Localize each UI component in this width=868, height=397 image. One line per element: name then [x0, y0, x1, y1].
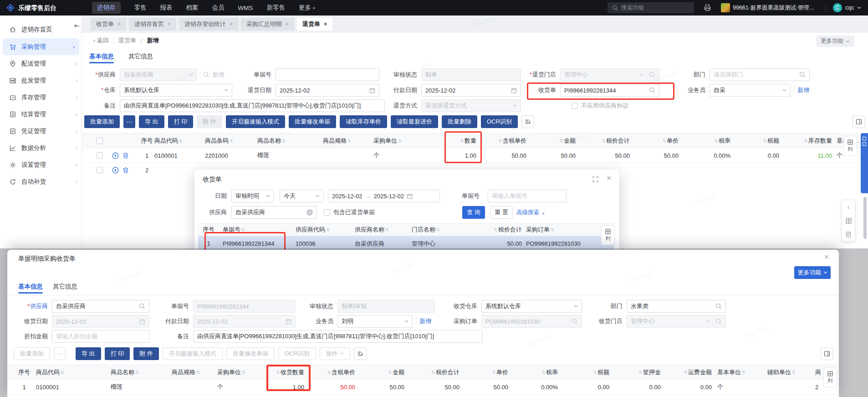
tab-basic-info[interactable]: 基本信息 — [18, 283, 43, 291]
col-base-unit[interactable]: 基本单位⇅ — [717, 365, 763, 379]
close-icon[interactable]: × — [286, 21, 289, 27]
salesman-select[interactable]: 刘明 — [337, 315, 413, 328]
salesman-add-link[interactable]: 新增 — [797, 86, 809, 94]
sidebar-item-settlement[interactable]: $ 结算管理 › — [0, 106, 82, 123]
tab-jxc-home[interactable]: 进销存首页× — [129, 18, 176, 31]
search-icon[interactable] — [203, 72, 209, 78]
row-checkbox[interactable] — [97, 152, 103, 159]
tab-change-stats[interactable]: 进销存变动统计× — [179, 18, 238, 31]
col-freight[interactable]: ⇅运费金额 — [663, 365, 712, 379]
col-price[interactable]: ⇅单价 — [463, 365, 508, 379]
document-icon[interactable] — [846, 232, 851, 237]
department-input[interactable]: 水果类 — [627, 300, 726, 313]
batch-edit-button[interactable]: 批量修改单据 — [289, 115, 336, 128]
date-range-input[interactable]: 2025-12-02→2025-12-02 — [328, 190, 440, 202]
sidebar-item-inventory[interactable]: 库存管理 › — [0, 89, 82, 106]
batch-delete-button[interactable]: 批量删除 — [442, 115, 477, 128]
attachment-button[interactable]: 附 件 — [197, 115, 222, 128]
col-tax[interactable]: ⇅税额 — [564, 365, 609, 379]
global-search-input[interactable]: 搜索功能 — [608, 2, 694, 13]
supplier-add-link[interactable]: 新增 — [212, 71, 224, 79]
field-no-agreement[interactable]: 不应用供应商协议 — [572, 99, 628, 112]
nav-item-wms[interactable]: WMS — [238, 5, 253, 11]
col-name[interactable]: 商品名称⇅ — [257, 134, 317, 148]
maximize-icon[interactable] — [592, 176, 598, 182]
col-amount[interactable]: ⇅金额 — [521, 134, 576, 148]
remark-input[interactable]: 由供应商直送单[PO99661992281030]生成,直送门店[9987811… — [120, 99, 385, 112]
batch-edit-button[interactable]: 批量修改单据 — [226, 347, 275, 360]
delete-row-icon[interactable] — [123, 167, 129, 174]
col-tax-total[interactable]: ⇅税价合计 — [571, 134, 630, 148]
clear-icon[interactable]: × — [306, 209, 313, 216]
detail-table-row-1[interactable]: 1 0100001 榴莲 个 1.00 50.00 50.00 50.00 50… — [7, 380, 839, 395]
read-stock-price-button[interactable]: 读取库存单价 — [340, 115, 387, 128]
main-table-row-1[interactable]: 1 0100001 2201000 榴莲 个 1.00 50.00 50.00 … — [82, 148, 863, 163]
col-stock[interactable]: ⇅库存数量 — [777, 134, 832, 148]
close-icon[interactable]: × — [324, 21, 327, 27]
sidebar-item-wholesale[interactable]: 批发管理 › — [0, 72, 82, 89]
query-button[interactable]: 查 询 — [462, 206, 485, 219]
col-price[interactable]: ⇅单价 — [624, 134, 679, 148]
nav-item-more[interactable]: 更多 ▾ — [299, 4, 315, 12]
warehouse-select[interactable]: 系统默认仓库 — [481, 300, 582, 313]
collapse-panel-icon[interactable]: ‹ — [848, 204, 849, 211]
sidebar-item-home[interactable]: 进销存首页 — [0, 21, 82, 38]
col-doc-no[interactable]: 单据号⇅ — [223, 224, 291, 236]
column-config-icon[interactable] — [521, 115, 534, 128]
col-code[interactable]: 商品代码⇅ — [36, 365, 100, 379]
supplier-input[interactable]: 自采供应商 — [52, 300, 149, 313]
return-store-select[interactable]: 管理中心 — [560, 68, 659, 81]
sidebar-item-settings[interactable]: 设置管理 › — [0, 156, 82, 173]
modal-doc-no-input[interactable]: 请输入单据号 — [488, 190, 567, 202]
column-config-icon[interactable] — [354, 347, 367, 360]
tab-tuihuodan[interactable]: 退货单× — [297, 18, 332, 31]
col-deposit[interactable]: ⇅筐押金 — [615, 365, 661, 379]
tab-other-info[interactable]: 其它信息 — [128, 52, 153, 61]
pay-date-input[interactable]: 2025-12-02 — [421, 84, 521, 97]
department-input[interactable]: 请选择部门 — [710, 68, 810, 81]
close-icon[interactable]: × — [168, 21, 171, 27]
select-all-checkbox[interactable] — [97, 138, 103, 144]
col-supplier-code[interactable]: 供应商代码⇅ — [296, 224, 350, 236]
col-code[interactable]: 商品代码⇅ — [154, 134, 209, 148]
col-tax[interactable]: ⇅税额 — [725, 134, 779, 148]
nav-item-baobiao[interactable]: 报表 — [160, 4, 173, 12]
col-store-name[interactable]: 门店名称⇅ — [412, 224, 462, 236]
nav-item-jinxiaocun[interactable]: 进销存 — [92, 2, 121, 14]
sidebar-item-voucher[interactable]: 凭证管理 › — [0, 123, 82, 139]
col-tax-total[interactable]: ⇅税价合计 — [409, 365, 460, 379]
col-amount[interactable]: ⇅金额 — [359, 365, 404, 379]
col-tax-price[interactable]: ⇅含税单价 — [305, 365, 355, 379]
sidebar-item-purchase[interactable]: 采购管理 › — [3, 38, 79, 55]
reset-button[interactable]: 重 置 — [490, 206, 513, 219]
speed-mode-button[interactable]: 开启极速输入模式 — [163, 347, 223, 360]
nav-item-huiyuan[interactable]: 会员 — [212, 4, 225, 12]
expand-row-icon[interactable] — [112, 152, 119, 159]
no-agreement-checkbox[interactable] — [572, 103, 578, 109]
supplier-select[interactable]: 自采供应商 — [120, 68, 197, 81]
col-tax-price[interactable]: ⇅含税单价 — [467, 134, 526, 148]
receive-store-select[interactable]: 管理中心 — [627, 315, 726, 328]
detail-table-column-picker[interactable]: 列 — [823, 367, 837, 387]
col-barcode[interactable]: 商品条码⇅ — [205, 134, 255, 148]
tab-shouhuodan[interactable]: 收货单× — [91, 18, 126, 31]
grid-icon[interactable] — [846, 218, 852, 224]
print-button[interactable]: 打 印 — [168, 115, 194, 128]
col-qty[interactable]: ⇅收货数量 — [254, 365, 304, 379]
include-returned-checkbox[interactable] — [324, 209, 330, 216]
side-panel-icon[interactable] — [853, 115, 865, 128]
warehouse-select[interactable]: 系统默认仓库 — [120, 84, 232, 97]
side-panel-icon[interactable] — [821, 347, 833, 360]
col-supplier-name[interactable]: 供应商名称⇅ — [355, 224, 409, 236]
close-icon[interactable]: × — [824, 253, 829, 262]
col-unit[interactable]: 采购单位⇅ — [373, 134, 424, 148]
scrollbar-thumb[interactable] — [863, 197, 867, 239]
discount-input[interactable]: 请输入折扣金额 — [52, 330, 149, 343]
nav-item-lingshou[interactable]: 零售 — [134, 4, 147, 12]
col-po[interactable]: 采购订单⇅ — [526, 224, 581, 236]
col-tax-total[interactable]: ⇅税价合计 — [467, 224, 522, 236]
sidebar-item-analytics[interactable]: 数据分析 › — [0, 139, 82, 156]
doc-no-input[interactable] — [276, 68, 379, 81]
col-tax-rate[interactable]: ⇅税率 — [512, 365, 558, 379]
ocr-button[interactable]: OCR识别 — [278, 347, 316, 360]
